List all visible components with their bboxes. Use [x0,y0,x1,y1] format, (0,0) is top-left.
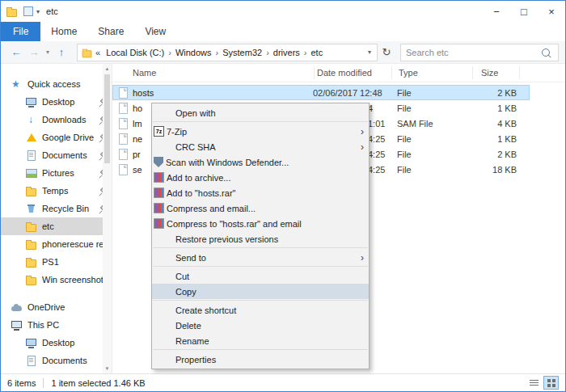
column-header-type[interactable]: Type [392,66,473,79]
submenu-arrow-icon: › [356,141,364,153]
breadcrumb-segment-windows[interactable]: Windows [173,48,214,57]
sidebar-item-desktop[interactable]: Desktop [1,334,112,352]
file-name: hosts [133,88,313,98]
menu-item-rename[interactable]: Rename [152,333,369,348]
menu-item-7-zip[interactable]: 7-Zip› [152,124,369,139]
breadcrumb-segment-etc[interactable]: etc [309,48,326,57]
sidebar-items: Quick accessDesktopDownloadsGoogle Drive… [1,64,112,387]
breadcrumb-chevron-icon[interactable]: › [302,48,309,57]
up-icon[interactable]: ↑ [53,46,70,58]
search-input[interactable] [401,48,542,57]
sidebar-item-label: OneDrive [27,302,107,312]
menu-item-scan-with-windows-defender[interactable]: Scan with Windows Defender... [152,154,369,170]
sidebar-item-label: This PC [27,320,107,330]
sidebar-item-desktop[interactable]: Desktop [1,93,112,111]
address-bar[interactable]: « Local Disk (C:)›Windows›System32›drive… [77,44,378,61]
column-header-name[interactable]: Name [112,66,315,79]
file-type: File [397,134,470,144]
cloud-icon [11,301,23,314]
minimize-button[interactable]: − [483,1,510,22]
details-view-button[interactable] [526,376,542,390]
menu-item-crc-sha[interactable]: CRC SHA› [152,139,369,154]
sidebar-item-win-screenshots[interactable]: Win screenshots [1,271,112,289]
column-header-date-modified[interactable]: Date modified [315,66,392,79]
scrollbar-thumb[interactable] [104,74,110,163]
selection-info: 1 item selected 1.46 KB [51,378,145,388]
refresh-icon[interactable]: ↻ [378,46,395,58]
maximize-button[interactable]: □ [510,1,538,22]
menu-item-open-with[interactable]: Open with [152,105,369,120]
file-icon [119,164,128,175]
menu-item-delete[interactable]: Delete [152,318,369,333]
sidebar-item-recycle-bin[interactable]: Recycle Bin [1,200,112,217]
sidebar-item-documents[interactable]: Documents [1,352,112,369]
pictures-icon [25,166,38,179]
menu-item-send-to[interactable]: Send to› [152,250,369,265]
sidebar-item-this-pc[interactable]: This PC [1,316,112,334]
close-button[interactable]: × [538,1,565,22]
menu-item-properties[interactable]: Properties [152,352,369,367]
qat-dropdown-icon[interactable]: ▾ [36,8,40,15]
menu-item-cut[interactable]: Cut [152,268,369,284]
tab-file[interactable]: File [1,22,40,41]
forward-icon[interactable]: → [25,46,43,58]
sidebar-item-documents[interactable]: Documents [1,146,112,164]
address-dropdown-icon[interactable]: ▾ [365,48,374,56]
gdrive-icon [25,131,38,144]
sidebar-item-pictures[interactable]: Pictures [1,164,112,182]
menu-item-label: Compress to "hosts.rar" and email [167,219,364,229]
back-icon[interactable]: ← [7,46,25,58]
breadcrumb-overflow-icon[interactable]: « [95,48,100,57]
downloads-icon [25,113,38,126]
tab-view[interactable]: View [134,22,176,41]
submenu-arrow-icon: › [356,126,364,137]
folder-icon [25,184,38,197]
sidebar-item-downloads[interactable]: Downloads [1,111,112,129]
recent-locations-dropdown-icon[interactable]: ▾ [43,48,53,56]
tab-share[interactable]: Share [87,22,134,41]
search-icon[interactable] [542,48,550,57]
search-box [400,44,559,61]
thumbnails-view-button[interactable] [543,376,559,390]
breadcrumb-chevron-icon[interactable]: › [264,48,271,57]
column-header-size[interactable]: Size [473,66,520,79]
sidebar-item-ps1[interactable]: PS1 [1,253,112,271]
file-size: 1 KB [470,103,518,113]
menu-item-compress-to-hosts-rar-and-email[interactable]: Compress to "hosts.rar" and email [152,216,369,231]
menu-item-create-shortcut[interactable]: Create shortcut [152,302,369,318]
sidebar-item-onedrive[interactable]: OneDrive [1,298,112,316]
menu-item-add-to-hosts-rar[interactable]: Add to "hosts.rar" [152,185,369,200]
breadcrumb-chevron-icon[interactable]: › [167,48,173,57]
menu-item-label: Add to "hosts.rar" [167,188,364,198]
items-count: 6 items [7,378,36,388]
winrar-icon [154,172,164,183]
tab-home[interactable]: Home [40,22,87,41]
sidebar-item-label: etc [42,221,107,231]
breadcrumb-segment-drivers[interactable]: drivers [271,48,302,57]
menu-icon-blank [154,353,173,366]
sidebar-item-label: Desktop [42,97,95,107]
menu-icon-blank [154,141,173,154]
sidebar-scrollbar[interactable]: ▲ ▼ [103,64,112,373]
menu-item-add-to-archive[interactable]: Add to archive... [152,170,369,185]
breadcrumb-segment-local-disk-c[interactable]: Local Disk (C:) [103,48,167,57]
file-row-hosts[interactable]: hosts02/06/2017 12:48File2 KB [112,85,530,100]
sidebar-item-temps[interactable]: Temps [1,182,112,200]
file-type: File [397,150,470,159]
sidebar-item-phonerescue-rev[interactable]: phonerescue rev [1,235,112,253]
scroll-up-icon[interactable]: ▲ [105,64,110,74]
menu-item-label: Restore previous versions [175,234,364,244]
menu-item-copy[interactable]: Copy [152,284,369,299]
menu-item-compress-and-email[interactable]: Compress and email... [152,200,369,216]
scroll-down-icon[interactable]: ▼ [105,364,110,373]
sidebar-item-quick-access[interactable]: Quick access [1,75,112,93]
breadcrumb-segment-system32[interactable]: System32 [220,48,264,57]
sidebar-item-google-drive[interactable]: Google Drive [1,129,112,146]
winrar-icon [154,188,164,198]
menu-item-restore-previous-versions[interactable]: Restore previous versions [152,231,369,247]
breadcrumb-chevron-icon[interactable]: › [214,48,221,57]
menu-icon-blank [154,304,173,317]
sidebar-item-etc[interactable]: etc [1,217,112,235]
sidebar-item-label: phonerescue rev [42,239,107,249]
quick-access-toolbar-icon[interactable] [23,6,33,16]
